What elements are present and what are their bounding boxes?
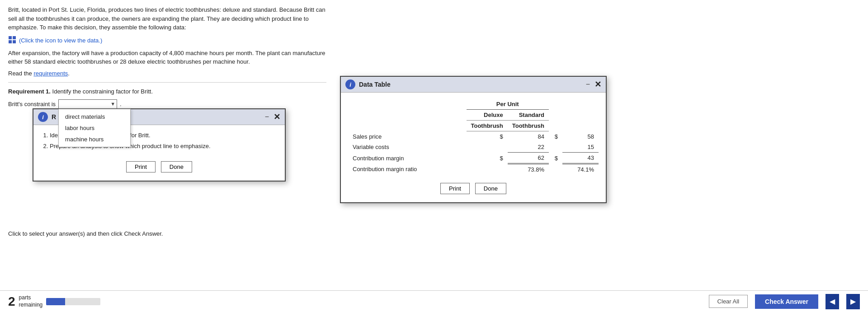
cm-ratio-dollar2 <box>549 164 562 175</box>
data-link[interactable]: (Click the icon to view the data.) <box>19 37 102 44</box>
after-expansion-text: After expansion, the factory will have a… <box>8 49 326 66</box>
menu-item-direct-materials[interactable]: direct materials <box>59 111 130 122</box>
data-info-icon: i <box>345 79 355 89</box>
constraint-row: Britt's constraint is direct materials l… <box>8 99 326 109</box>
constraint-period: . <box>120 101 122 107</box>
req-modal-close-button[interactable]: ✕ <box>274 113 280 121</box>
constraint-dropdown-wrapper: direct materials labor hours machine hou… <box>58 99 117 109</box>
req-modal-controls: − ✕ <box>265 113 280 121</box>
click-instruction-row: Click to select your answer(s) and then … <box>8 230 163 237</box>
data-print-button[interactable]: Print <box>440 183 470 194</box>
contribution-label: Contribution margin <box>348 153 467 164</box>
parts-remaining: 2 parts remaining <box>8 294 100 308</box>
svg-rect-3 <box>13 40 16 43</box>
variable-label: Variable costs <box>348 142 467 153</box>
sales-val1: 84 <box>508 131 549 142</box>
variable-dollar2 <box>549 142 562 153</box>
data-done-button[interactable]: Done <box>475 183 506 194</box>
table-row-variable: Variable costs 22 15 <box>348 142 599 153</box>
grid-icon <box>8 36 16 45</box>
table-label-header <box>348 110 467 121</box>
parts-label: parts remaining <box>19 294 43 308</box>
contribution-val2: 43 <box>562 153 599 164</box>
parts-number: 2 <box>8 295 15 308</box>
constraint-label: Britt's constraint is <box>8 101 56 107</box>
bottom-bar: 2 parts remaining Clear All Check Answer… <box>0 290 868 312</box>
menu-item-machine-hours[interactable]: machine hours <box>59 134 130 145</box>
data-modal-header-left: i Data Table <box>345 79 391 89</box>
req-modal-minimize-button[interactable]: − <box>265 113 269 121</box>
table-row-cm-ratio: Contribution margin ratio 73.8% 74.1% <box>348 164 599 175</box>
menu-item-labor-hours[interactable]: labor hours <box>59 122 130 134</box>
standard-sub-header: Toothbrush <box>508 121 549 131</box>
data-link-row: (Click the icon to view the data.) <box>8 36 326 45</box>
svg-rect-0 <box>9 36 12 39</box>
read-requirements-row: Read the requirements. <box>8 70 326 77</box>
data-table-modal: i Data Table − ✕ Per Unit Deluxe S <box>340 76 607 203</box>
sales-val2: 58 <box>562 131 599 142</box>
sales-dollar2: $ <box>549 131 562 142</box>
contribution-val1: 62 <box>508 153 549 164</box>
click-instruction-text: Click to select your answer(s) and then … <box>8 230 163 237</box>
parts-line1: parts <box>19 294 31 301</box>
data-modal-controls: − ✕ <box>586 80 601 88</box>
sales-dollar1: $ <box>467 131 508 142</box>
contribution-dollar1: $ <box>467 153 508 164</box>
clear-all-button[interactable]: Clear All <box>709 295 748 308</box>
progress-bar-container <box>46 298 100 305</box>
progress-bar-fill <box>46 298 65 305</box>
data-modal-minimize-button[interactable]: − <box>586 81 590 88</box>
requirement-heading: Requirement 1. Identify the constraining… <box>8 88 326 95</box>
contribution-dollar2: $ <box>549 153 562 164</box>
variable-dollar1 <box>467 142 508 153</box>
data-modal-body: Per Unit Deluxe Standard Toothbrush Toot… <box>341 93 606 202</box>
table-empty-header <box>348 99 467 110</box>
requirements-link[interactable]: requirements <box>33 70 68 77</box>
nav-prev-button[interactable]: ◀ <box>826 294 839 309</box>
svg-rect-1 <box>13 36 16 39</box>
parts-line2: remaining <box>19 302 43 308</box>
nav-next-button[interactable]: ▶ <box>846 294 860 309</box>
data-modal-close-button[interactable]: ✕ <box>594 80 601 88</box>
check-answer-button[interactable]: Check Answer <box>755 294 818 309</box>
data-modal-title: Data Table <box>359 81 391 88</box>
requirement-rest: Identify the constraining factor for Bri… <box>51 88 153 95</box>
per-unit-header: Per Unit <box>467 99 549 110</box>
dropdown-menu: direct materials labor hours machine hou… <box>58 109 131 147</box>
req-info-icon: i <box>38 112 48 122</box>
data-modal-footer: Print Done <box>348 179 599 196</box>
data-table: Per Unit Deluxe Standard Toothbrush Toot… <box>348 99 599 175</box>
variable-val1: 22 <box>508 142 549 153</box>
deluxe-header: Deluxe <box>467 110 508 121</box>
variable-val2: 15 <box>562 142 599 153</box>
requirement-bold: Requirement 1. <box>8 88 51 95</box>
cm-ratio-dollar1 <box>467 164 508 175</box>
main-content: Britt, located in Port St. Lucie, Florid… <box>0 0 335 109</box>
req-modal-footer: Print Done <box>41 158 278 174</box>
data-modal-header: i Data Table − ✕ <box>341 77 606 93</box>
sales-label: Sales price <box>348 131 467 142</box>
cm-ratio-val1: 73.8% <box>508 164 549 175</box>
read-period: . <box>68 70 70 77</box>
req-modal-title: R <box>52 113 56 121</box>
table-label-subheader <box>348 121 467 131</box>
req-print-button[interactable]: Print <box>126 161 156 172</box>
intro-paragraph: Britt, located in Port St. Lucie, Florid… <box>8 5 326 32</box>
read-text: Read the <box>8 70 33 77</box>
deluxe-sub-header: Toothbrush <box>467 121 508 131</box>
req-modal-header-left: i R <box>38 112 56 122</box>
constraint-dropdown[interactable]: direct materials labor hours machine hou… <box>58 99 117 109</box>
standard-header: Standard <box>508 110 549 121</box>
svg-rect-2 <box>9 40 12 43</box>
divider <box>8 82 326 83</box>
cm-ratio-label: Contribution margin ratio <box>348 164 467 175</box>
cm-ratio-val2: 74.1% <box>562 164 599 175</box>
req-done-button[interactable]: Done <box>161 161 192 172</box>
table-row-sales: Sales price $ 84 $ 58 <box>348 131 599 142</box>
table-row-contribution: Contribution margin $ 62 $ 43 <box>348 153 599 164</box>
